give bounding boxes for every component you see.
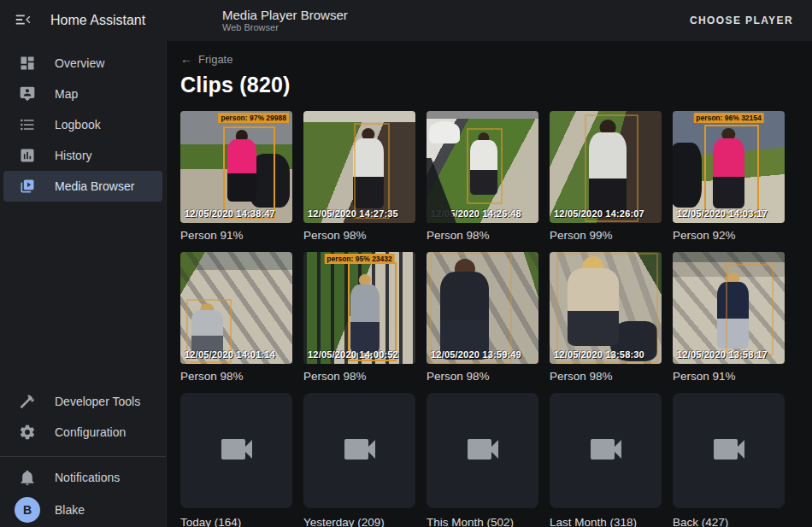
- sidebar-item-label: Map: [55, 87, 78, 101]
- sidebar-item-overview[interactable]: Overview: [0, 48, 166, 79]
- clip-caption: Person 98%: [427, 370, 538, 383]
- top-bar: Home Assistant Media Player Browser Web …: [0, 0, 812, 41]
- clip-caption: Person 92%: [673, 229, 785, 242]
- clip-card[interactable]: 12/05/2020 14:27:35 Person 98%: [303, 111, 415, 242]
- clips-grid: person: 97% 29988 12/05/2020 14:38:47 Pe…: [180, 111, 812, 383]
- detection-bbox: [726, 264, 774, 354]
- clip-card[interactable]: person: 97% 29988 12/05/2020 14:38:47 Pe…: [180, 111, 292, 242]
- clip-card[interactable]: 12/05/2020 13:58:30 Person 98%: [550, 252, 662, 383]
- sidebar-item-developer-tools[interactable]: Developer Tools: [0, 386, 166, 417]
- clip-card[interactable]: 12/05/2020 14:26:48 Person 98%: [427, 111, 538, 242]
- folder-card[interactable]: Today (164): [180, 393, 292, 527]
- detection-bbox: [430, 253, 512, 364]
- sidebar: Overview Map Logbook History Media Brows…: [0, 41, 167, 527]
- clip-card[interactable]: 12/05/2020 13:58:17 Person 91%: [673, 252, 785, 383]
- detection-label: person: 96% 32154: [693, 113, 764, 123]
- detection-bbox: [556, 253, 658, 362]
- clip-timestamp: 12/05/2020 13:58:17: [677, 349, 768, 360]
- breadcrumb-label: Frigate: [198, 53, 232, 66]
- play-box-multiple-icon: [19, 178, 36, 195]
- clip-timestamp: 12/05/2020 14:03:17: [677, 208, 768, 219]
- clip-timestamp: 12/05/2020 13:59:49: [431, 349, 521, 360]
- video-camera-icon: [216, 429, 257, 473]
- top-bar-left: Home Assistant: [0, 9, 167, 32]
- folder-tile: [303, 393, 415, 508]
- sidebar-item-label: Configuration: [55, 425, 126, 439]
- video-camera-icon: [709, 429, 750, 473]
- folder-label: Back (427): [673, 516, 785, 527]
- clip-thumbnail: person: 97% 29988 12/05/2020 14:38:47: [180, 111, 292, 223]
- gear-icon: [19, 424, 36, 441]
- clip-thumbnail: person: 96% 32154 12/05/2020 14:03:17: [673, 111, 785, 223]
- detection-bbox: [704, 125, 759, 215]
- app-window: Home Assistant Media Player Browser Web …: [0, 0, 812, 527]
- video-camera-icon: [585, 429, 627, 473]
- clip-timestamp: 12/05/2020 14:26:07: [554, 208, 644, 219]
- clip-thumbnail: 12/05/2020 14:27:35: [303, 111, 415, 223]
- detection-bbox: [467, 128, 503, 204]
- sidebar-toggle-button[interactable]: [12, 9, 34, 32]
- clip-thumbnail: 12/05/2020 13:58:30: [550, 252, 662, 364]
- choose-player-button[interactable]: CHOOSE PLAYER: [685, 14, 798, 27]
- clip-caption: Person 99%: [550, 229, 662, 242]
- folder-card[interactable]: This Month (502): [427, 393, 538, 527]
- clip-timestamp: 12/05/2020 14:26:48: [431, 208, 521, 219]
- folder-card[interactable]: Last Month (318): [550, 393, 662, 527]
- sidebar-user[interactable]: B Blake: [0, 493, 166, 527]
- sidebar-item-history[interactable]: History: [0, 140, 166, 171]
- clip-caption: Person 98%: [427, 229, 538, 242]
- detection-label: person: 97% 29988: [218, 113, 289, 123]
- clip-timestamp: 12/05/2020 14:27:35: [308, 208, 398, 219]
- clip-caption: Person 98%: [180, 370, 292, 383]
- bell-icon: [19, 469, 36, 486]
- avatar: B: [15, 497, 40, 523]
- menu-open-icon: [14, 10, 32, 32]
- folder-tile: [180, 393, 292, 508]
- detection-bbox: [223, 126, 276, 218]
- clip-card[interactable]: person: 96% 32154 12/05/2020 14:03:17 Pe…: [673, 111, 785, 242]
- sidebar-item-label: Notifications: [55, 471, 120, 484]
- folder-card[interactable]: Back (427): [673, 393, 785, 527]
- sidebar-item-media-browser[interactable]: Media Browser: [3, 171, 162, 202]
- clip-timestamp: 12/05/2020 14:38:47: [185, 208, 275, 219]
- sidebar-item-configuration[interactable]: Configuration: [0, 417, 166, 448]
- video-camera-icon: [462, 429, 503, 473]
- page-title: Media Player Browser: [222, 8, 348, 23]
- page-heading: Clips (820): [180, 73, 812, 97]
- folder-card[interactable]: Yesterday (209): [303, 393, 415, 527]
- detection-bbox: [354, 123, 390, 218]
- clip-timestamp: 12/05/2020 14:01:14: [185, 349, 275, 360]
- sidebar-item-logbook[interactable]: Logbook: [0, 109, 166, 140]
- clip-thumbnail: 12/05/2020 14:01:14: [180, 252, 292, 364]
- sidebar-item-label: History: [55, 149, 92, 162]
- sidebar-item-notifications[interactable]: Notifications: [0, 462, 166, 493]
- view-dashboard-icon: [19, 55, 36, 72]
- detection-bbox: [348, 262, 396, 362]
- clip-thumbnail: 12/05/2020 14:26:07: [550, 111, 662, 223]
- clip-thumbnail: 12/05/2020 13:59:49: [427, 252, 538, 364]
- folder-tile: [427, 393, 538, 508]
- clip-card[interactable]: 12/05/2020 14:26:07 Person 99%: [550, 111, 662, 242]
- page-subtitle: Web Browser: [222, 22, 348, 33]
- folder-tile: [673, 393, 785, 508]
- clip-caption: Person 98%: [303, 229, 415, 242]
- folders-grid: Today (164) Yesterday (209) This Month (…: [180, 393, 812, 527]
- page-head: Media Player Browser Web Browser: [222, 8, 348, 34]
- clip-card[interactable]: person: 95% 23432 12/05/2020 14:00:52 Pe…: [303, 252, 415, 383]
- clip-timestamp: 12/05/2020 13:58:30: [554, 349, 644, 360]
- sidebar-item-label: Media Browser: [55, 179, 134, 193]
- clip-caption: Person 98%: [303, 370, 415, 383]
- format-list-bulleted-icon: [19, 116, 36, 133]
- folder-label: Last Month (318): [550, 516, 662, 527]
- sidebar-item-map[interactable]: Map: [0, 79, 166, 109]
- sidebar-item-label: Logbook: [55, 118, 101, 132]
- folder-label: This Month (502): [427, 516, 538, 527]
- clip-card[interactable]: 12/05/2020 13:59:49 Person 98%: [427, 252, 538, 383]
- chart-box-icon: [19, 147, 36, 164]
- clip-card[interactable]: 12/05/2020 14:01:14 Person 98%: [180, 252, 292, 383]
- sidebar-item-label: Overview: [55, 56, 104, 70]
- user-name: Blake: [55, 503, 85, 517]
- breadcrumb[interactable]: ← Frigate: [180, 52, 232, 66]
- detection-bbox: [585, 114, 638, 222]
- sidebar-divider: [0, 456, 166, 457]
